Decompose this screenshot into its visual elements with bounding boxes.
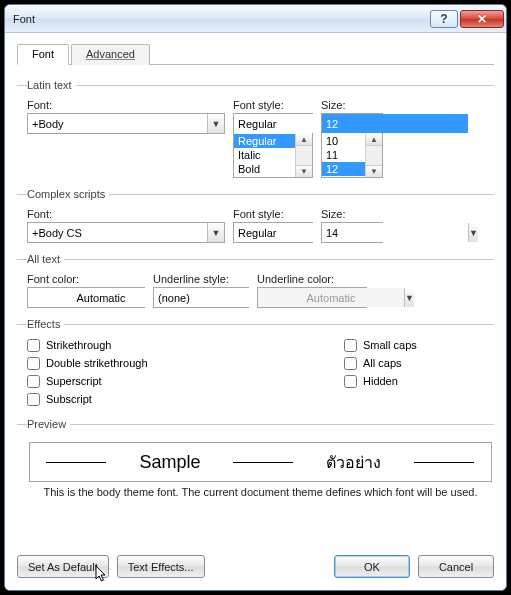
dropdown-icon[interactable]: ▼ bbox=[468, 223, 478, 242]
dropdown-icon[interactable]: ▼ bbox=[207, 223, 224, 242]
group-complex-scripts: Complex scripts Font: ▼ Font style: ▼ bbox=[17, 188, 494, 243]
style-cs-combo[interactable]: ▼ bbox=[233, 222, 313, 243]
legend-alltext: All text bbox=[27, 253, 64, 265]
size-combo[interactable] bbox=[321, 113, 383, 134]
dropdown-icon: ▼ bbox=[404, 288, 414, 307]
checkbox-small-caps[interactable] bbox=[344, 339, 357, 352]
list-item[interactable]: Regular bbox=[234, 134, 295, 148]
underline-style-combo[interactable]: ▼ bbox=[153, 287, 249, 308]
label-size: Size: bbox=[321, 99, 383, 111]
font-style-list[interactable]: Regular Italic Bold ▲ ▼ bbox=[233, 134, 313, 178]
list-item[interactable]: 10 bbox=[322, 134, 365, 148]
label-underline-style: Underline style: bbox=[153, 273, 249, 285]
checkbox-strikethrough[interactable] bbox=[27, 339, 40, 352]
tab-advanced[interactable]: Advanced bbox=[71, 44, 150, 65]
titlebar: Font ? ✕ bbox=[5, 5, 506, 33]
group-all-text: All text Font color: ▼ Underline style: … bbox=[17, 253, 494, 308]
preview-underline bbox=[46, 462, 106, 463]
preview-box: Sample ตัวอย่าง bbox=[29, 442, 492, 482]
help-button[interactable]: ? bbox=[430, 10, 458, 28]
dialog-footer: Set As Default Text Effects... OK Cancel bbox=[17, 545, 494, 578]
label-font: Font: bbox=[27, 99, 225, 111]
preview-underline bbox=[414, 462, 474, 463]
font-combo[interactable]: ▼ bbox=[27, 113, 225, 134]
label-all-caps: All caps bbox=[363, 357, 402, 369]
list-item[interactable]: Bold bbox=[234, 162, 295, 176]
label-font-cs: Font: bbox=[27, 208, 225, 220]
label-double-strikethrough: Double strikethrough bbox=[46, 357, 148, 369]
list-item[interactable]: 12 bbox=[322, 162, 365, 176]
scroll-down-icon[interactable]: ▼ bbox=[295, 165, 313, 178]
label-small-caps: Small caps bbox=[363, 339, 417, 351]
size-list[interactable]: 10 11 12 ▲ ▼ bbox=[321, 134, 383, 178]
checkbox-double-strikethrough[interactable] bbox=[27, 357, 40, 370]
label-underline-color: Underline color: bbox=[257, 273, 367, 285]
legend-latin: Latin text bbox=[27, 79, 76, 91]
window-title: Font bbox=[13, 13, 428, 25]
set-as-default-button[interactable]: Set As Default bbox=[17, 555, 109, 578]
scrollbar[interactable]: ▲ ▼ bbox=[365, 134, 382, 177]
underline-color-input bbox=[258, 288, 404, 307]
font-dialog: Font ? ✕ Font Advanced Latin text Font: … bbox=[4, 4, 507, 591]
size-cs-combo[interactable]: ▼ bbox=[321, 222, 383, 243]
preview-sample-latin: Sample bbox=[139, 452, 200, 473]
label-style-cs: Font style: bbox=[233, 208, 313, 220]
preview-description: This is the body theme font. The current… bbox=[27, 486, 494, 498]
checkbox-subscript[interactable] bbox=[27, 393, 40, 406]
size-input[interactable] bbox=[322, 114, 468, 133]
group-preview: Preview Sample ตัวอย่าง This is the body… bbox=[17, 418, 494, 498]
font-cs-combo[interactable]: ▼ bbox=[27, 222, 225, 243]
tab-strip: Font Advanced bbox=[17, 43, 494, 65]
label-size-cs: Size: bbox=[321, 208, 383, 220]
scroll-down-icon[interactable]: ▼ bbox=[365, 165, 383, 178]
list-item[interactable]: Italic bbox=[234, 148, 295, 162]
preview-sample-complex: ตัวอย่าง bbox=[326, 450, 381, 475]
label-strikethrough: Strikethrough bbox=[46, 339, 111, 351]
ok-button[interactable]: OK bbox=[334, 555, 410, 578]
font-input[interactable] bbox=[28, 114, 207, 133]
checkbox-hidden[interactable] bbox=[344, 375, 357, 388]
label-font-color: Font color: bbox=[27, 273, 145, 285]
group-effects: Effects Strikethrough Double strikethrou… bbox=[17, 318, 494, 408]
close-button[interactable]: ✕ bbox=[460, 10, 504, 28]
label-superscript: Superscript bbox=[46, 375, 102, 387]
scroll-up-icon[interactable]: ▲ bbox=[365, 134, 383, 146]
size-cs-input[interactable] bbox=[322, 223, 468, 242]
dropdown-icon[interactable]: ▼ bbox=[207, 114, 224, 133]
group-latin-text: Latin text Font: ▼ Font style: bbox=[17, 79, 494, 178]
legend-complex: Complex scripts bbox=[27, 188, 109, 200]
text-effects-button[interactable]: Text Effects... bbox=[117, 555, 205, 578]
preview-underline bbox=[233, 462, 293, 463]
underline-color-combo: ▼ bbox=[257, 287, 367, 308]
font-style-combo[interactable] bbox=[233, 113, 313, 134]
font-cs-input[interactable] bbox=[28, 223, 207, 242]
checkbox-all-caps[interactable] bbox=[344, 357, 357, 370]
legend-preview: Preview bbox=[27, 418, 70, 430]
label-subscript: Subscript bbox=[46, 393, 92, 405]
tab-font[interactable]: Font bbox=[17, 44, 69, 65]
label-font-style: Font style: bbox=[233, 99, 313, 111]
legend-effects: Effects bbox=[27, 318, 64, 330]
scrollbar[interactable]: ▲ ▼ bbox=[295, 134, 312, 177]
list-item[interactable]: 11 bbox=[322, 148, 365, 162]
checkbox-superscript[interactable] bbox=[27, 375, 40, 388]
label-hidden: Hidden bbox=[363, 375, 398, 387]
scroll-up-icon[interactable]: ▲ bbox=[295, 134, 313, 146]
font-color-combo[interactable]: ▼ bbox=[27, 287, 145, 308]
cancel-button[interactable]: Cancel bbox=[418, 555, 494, 578]
